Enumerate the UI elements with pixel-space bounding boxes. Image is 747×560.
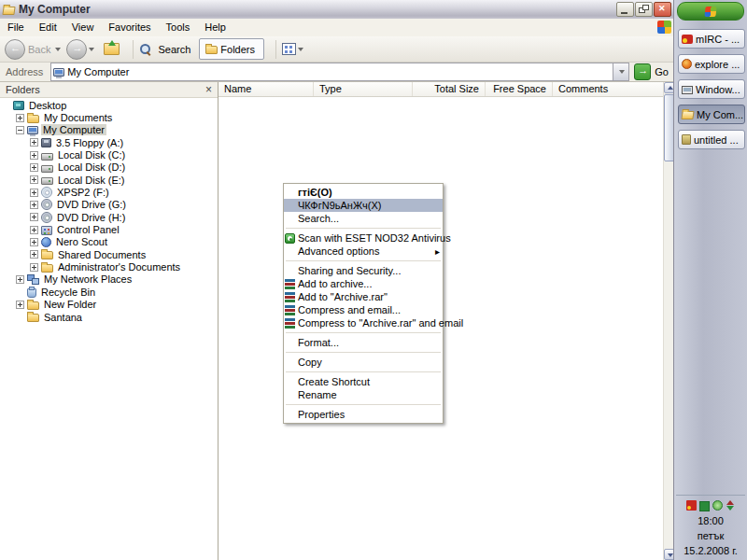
context-menu-item[interactable]: гтіЄ(O): [284, 186, 443, 199]
context-menu-item[interactable]: Add to archive...: [284, 277, 443, 290]
title-bar[interactable]: My Computer: [0, 0, 674, 20]
tree-expander[interactable]: [30, 175, 38, 184]
context-menu-item[interactable]: Scan with ESET NOD32 Antivirus: [284, 231, 443, 245]
folders-pane: Folders Desktop My Documents: [0, 82, 218, 560]
updown-tray-icon[interactable]: [726, 500, 736, 511]
drive-icon: [41, 153, 53, 161]
context-menu-item[interactable]: Sharing and Security...: [284, 264, 443, 277]
toolbar: Back Search Folders: [0, 36, 674, 63]
mirc-tray-icon[interactable]: [686, 500, 697, 511]
context-menu-item[interactable]: Create Shortcut: [284, 375, 443, 388]
column-header[interactable]: Comments: [553, 82, 663, 96]
tree-expander[interactable]: [30, 163, 38, 172]
context-menu-separator: [284, 369, 443, 375]
address-dropdown-button[interactable]: [613, 63, 628, 80]
tree-expander[interactable]: [16, 301, 24, 309]
menu-item[interactable]: File: [0, 19, 32, 36]
context-menu-item[interactable]: Compress to "Archive.rar" and email: [284, 316, 443, 329]
floppy-icon: [41, 138, 51, 147]
drive-icon: [41, 165, 53, 173]
forward-button[interactable]: [66, 39, 94, 60]
address-bar: Address My Computer Go: [0, 63, 674, 82]
tree-expander[interactable]: [30, 263, 38, 272]
tree-item[interactable]: Administrator's Documents: [0, 260, 218, 273]
context-menu-item[interactable]: Properties: [284, 408, 443, 421]
context-menu-item[interactable]: ЧКФгN9ьАнЖч(X): [284, 199, 443, 212]
network-icon: [27, 274, 39, 285]
tree-item[interactable]: 3.5 Floppy (A:): [0, 136, 218, 148]
context-menu-item[interactable]: Search...: [284, 212, 443, 225]
back-button[interactable]: Back: [5, 39, 61, 60]
tree-item[interactable]: Local Disk (E:): [0, 174, 218, 186]
tree-item[interactable]: My Documents: [0, 111, 218, 123]
menu-item[interactable]: Help: [197, 19, 233, 36]
context-menu-item[interactable]: Compress and email...: [284, 303, 443, 316]
tree-item[interactable]: Local Disk (C:): [0, 148, 218, 161]
column-header[interactable]: Total Size: [413, 82, 486, 96]
menu-item[interactable]: Favorites: [101, 19, 158, 36]
close-button[interactable]: [654, 2, 671, 17]
context-menu-item[interactable]: Rename: [284, 388, 443, 401]
windows-logo-icon: [657, 21, 671, 34]
eset-tray-icon[interactable]: [712, 500, 723, 511]
restore-button[interactable]: [635, 2, 653, 17]
views-button[interactable]: [282, 43, 303, 55]
column-header[interactable]: Free Space: [486, 82, 553, 96]
tree-expander[interactable]: [30, 250, 38, 259]
tree-item[interactable]: Santana: [0, 311, 218, 323]
tree-item[interactable]: Local Disk (D:): [0, 161, 218, 174]
context-menu-item[interactable]: Copy: [284, 356, 443, 369]
column-header[interactable]: Name: [218, 82, 314, 96]
clock-day: петък: [676, 530, 745, 541]
address-input[interactable]: My Computer: [50, 63, 629, 81]
tree-item[interactable]: DVD Drive (G:): [0, 199, 218, 211]
tree-expander[interactable]: [30, 238, 38, 246]
tree-item[interactable]: My Network Places: [0, 273, 218, 286]
tree-expander[interactable]: [30, 201, 38, 209]
task-button[interactable]: explore ...: [678, 54, 745, 74]
up-button[interactable]: [104, 43, 120, 55]
tree-item[interactable]: Nero Scout: [0, 236, 218, 248]
tree-expander[interactable]: [30, 213, 38, 221]
go-button[interactable]: [634, 63, 651, 80]
column-header[interactable]: Type: [314, 82, 413, 96]
task-button[interactable]: mIRC - ...: [678, 29, 745, 49]
tree-expander[interactable]: [30, 189, 38, 197]
tree-item[interactable]: My Computer: [0, 124, 218, 136]
tree-item[interactable]: Recycle Bin: [0, 286, 218, 298]
tree-item[interactable]: XPSP2 (F:): [0, 186, 218, 198]
context-menu-item[interactable]: Add to "Archive.rar": [284, 290, 443, 303]
tree-expander[interactable]: [16, 275, 24, 284]
menu-item[interactable]: View: [64, 19, 102, 36]
context-menu-item[interactable]: Format...: [284, 336, 443, 349]
context-menu-item[interactable]: Advanced options: [284, 245, 443, 258]
search-button[interactable]: Search: [139, 43, 193, 56]
back-label: Back: [28, 44, 50, 55]
folders-button[interactable]: Folders: [199, 38, 264, 60]
tree-item[interactable]: DVD Drive (H:): [0, 211, 218, 223]
tree-item[interactable]: New Folder: [0, 299, 218, 311]
back-dropdown-icon[interactable]: [55, 48, 61, 51]
tree-expander[interactable]: [30, 151, 38, 160]
tree-expander[interactable]: [30, 138, 38, 147]
tree-item[interactable]: Desktop: [0, 99, 218, 111]
tree-expander[interactable]: [30, 226, 38, 234]
menu-item[interactable]: Tools: [159, 19, 198, 36]
firefox-icon: [682, 59, 692, 69]
folders-label: Folders: [220, 44, 255, 55]
green-square-tray-icon[interactable]: [699, 501, 710, 511]
context-menu-separator: [284, 349, 443, 356]
close-pane-icon[interactable]: [205, 84, 212, 95]
menu-item[interactable]: Edit: [32, 19, 64, 36]
tree-item[interactable]: Control Panel: [0, 223, 218, 235]
start-button[interactable]: [677, 2, 744, 21]
forward-dropdown-icon[interactable]: [89, 48, 94, 51]
task-button[interactable]: My Com...: [678, 105, 745, 124]
tree-expander[interactable]: [16, 126, 24, 134]
taskbar: mIRC - ... explore ... Window... My Com.…: [673, 0, 747, 560]
task-button[interactable]: untitled ...: [678, 130, 745, 149]
task-button[interactable]: Window...: [678, 79, 745, 99]
tree-expander[interactable]: [16, 114, 24, 122]
minimize-button[interactable]: [616, 2, 634, 17]
tree-item[interactable]: Shared Documents: [0, 248, 218, 260]
